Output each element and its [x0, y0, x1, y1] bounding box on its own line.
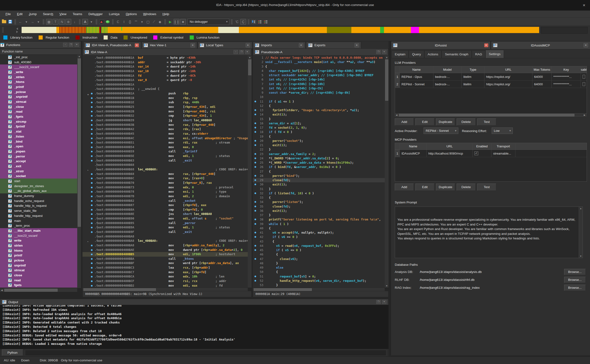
names-icon[interactable]: N	[59, 19, 65, 25]
asm-line[interactable]: .text:0000000000400BA8	[82, 234, 252, 239]
pseudo-line[interactable]: 20 perror("socket");	[253, 139, 385, 143]
menu-item-edit[interactable]: Edit	[14, 11, 26, 18]
pseudo-line[interactable]: 14 exit(1);	[253, 112, 385, 117]
pseudo-line[interactable]: 53 }	[253, 283, 385, 287]
forward-icon[interactable]: →	[30, 19, 35, 25]
menu-item-view[interactable]: View	[56, 11, 70, 18]
tab-idassistmcp[interactable]: IDAssistMCP✕	[491, 41, 590, 49]
pseudo-line[interactable]: 18 if ( fd < 0 )	[253, 130, 385, 134]
pseudo-line[interactable]: 38 printf("Server listening on port %d, …	[253, 217, 385, 222]
pseudo-line[interactable]: 17 fd = socket(2, 1, 0);	[253, 126, 385, 130]
debug-pause-icon[interactable]: ❙❙	[174, 19, 179, 25]
asm-line[interactable]: .text:0000000000400BA8 mov [rbp+addr.sa_…	[82, 243, 252, 248]
button-delete[interactable]: Delete	[457, 118, 476, 126]
pseudo-line[interactable]: 50 {	[253, 270, 385, 274]
pseudo-line[interactable]: 48 }	[253, 261, 385, 266]
asm-line[interactable]: .text:0000000000400B9F call _exit	[82, 230, 252, 234]
xrefs-icon[interactable]: ⊕	[66, 19, 71, 25]
function-row[interactable]: f_popen	[0, 149, 77, 154]
tab-ida-view-a-pseudocode-a[interactable]: IDA View-A, Pseudocode-A✕	[83, 42, 141, 48]
checkbox[interactable]: ✓	[474, 151, 478, 155]
function-row[interactable]: fhandle_http_request	[0, 213, 77, 218]
pseudo-line[interactable]: 47 close(v6);	[253, 257, 385, 261]
function-row[interactable]: f___isoc23_sscanf	[0, 65, 77, 70]
function-row[interactable]: f_perror	[0, 154, 77, 159]
forward-dropdown-icon[interactable]: ▾	[36, 19, 41, 25]
pseudo-line[interactable]: 25 *(_WORD *)server_addr.sa_data = htons…	[253, 161, 385, 165]
tab-local-types[interactable]: Local Types✕	[198, 42, 252, 48]
panel-restore-icon[interactable]: ▫	[63, 43, 67, 47]
reasoning-effort-select[interactable]: Low▼	[492, 128, 513, 134]
text-view-icon[interactable]: A	[82, 19, 88, 25]
pseudo-line[interactable]: 26 if ( bind(fd, &server_addr, 0x10u) < …	[253, 165, 385, 169]
checkbox[interactable]	[583, 82, 585, 86]
pseudo-line[interactable]: 33 {	[253, 195, 385, 200]
tab-close-icon[interactable]: ✕	[354, 43, 359, 47]
asm-line[interactable]: .text:0000000000400B87 mov [rbp+fd], eax	[82, 203, 252, 208]
tab-imports[interactable]: Imports✕	[253, 42, 305, 48]
strings-icon[interactable]: ""	[133, 19, 139, 25]
function-row[interactable]: fclose	[0, 273, 77, 278]
jump-icon[interactable]: ↓	[72, 19, 77, 25]
asm-line[interactable]: .text:0000000000400B1B mov rbp, rsp	[82, 96, 252, 100]
debug-stop-icon[interactable]: ■	[180, 19, 186, 25]
text-dropdown-icon[interactable]: ▾	[89, 19, 94, 25]
pseudo-line[interactable]: 11 if ( a1 <= 1 )	[253, 99, 385, 104]
enums-icon[interactable]: T	[53, 19, 58, 25]
asm-line[interactable]: ▸.text:0000000000400B68 loc_400B68: ; CO…	[82, 167, 252, 172]
pseudo-line[interactable]: 4 char request_buf[1024]; // [rsp+10h] […	[253, 69, 385, 73]
function-row[interactable]: fstrncat	[0, 268, 77, 273]
function-row[interactable]: f_snprintf	[0, 94, 77, 99]
output-window-icon[interactable]	[251, 19, 256, 25]
asm-line[interactable]: .text:0000000000400B1A ; __unwind {	[82, 87, 252, 91]
pseudo-line[interactable]: 30 exit(1);	[253, 182, 385, 187]
pseudo-line[interactable]: 49 else	[253, 266, 385, 270]
pseudo-line[interactable]: 39 while ( 1 )	[253, 222, 385, 226]
asm-line[interactable]: .text:0000000000400BC3 lea rcx, [rbp+add…	[82, 266, 252, 270]
asm-line[interactable]: .text:0000000000400BC7 mov eax, [rbp+fd]	[82, 270, 252, 275]
disassembly-hscrollbar[interactable]	[82, 287, 248, 291]
function-row[interactable]: fsnprintf	[0, 263, 77, 268]
pseudo-line[interactable]: 32 if ( listen(fd, 10) < 0 )	[253, 191, 385, 195]
menu-item-lumina[interactable]: Lumina	[106, 11, 123, 18]
pseudo-line[interactable]: 36 exit(1);	[253, 209, 385, 213]
function-row[interactable]: f_fgets	[0, 114, 77, 119]
function-row[interactable]: ffgets	[0, 283, 77, 288]
button-add[interactable]: Add	[395, 118, 414, 126]
navband-overview-box[interactable]	[541, 27, 588, 33]
column-header[interactable]: Max Tokens	[532, 66, 552, 73]
asm-line[interactable]: .text:0000000000400B68	[82, 163, 252, 167]
button-duplicate[interactable]: Duplicate	[436, 118, 455, 126]
pseudo-line[interactable]: 35 close(fd);	[253, 204, 385, 209]
pseudo-line[interactable]: 52 handle_http_request(v6, serve_dir, re…	[253, 279, 385, 283]
asm-line[interactable]: .text:0000000000400BAE mov dword ptr [rb…	[82, 248, 252, 252]
subtab-explain[interactable]: Explain	[391, 51, 409, 58]
menu-item-search[interactable]: Search	[40, 11, 56, 18]
function-row[interactable]: f_accept	[0, 159, 77, 164]
panel-float-icon[interactable]: ❐	[69, 43, 73, 47]
tab-close-icon[interactable]: ✕	[299, 43, 303, 47]
asm-line[interactable]: .text:0000000000400B7D mov edi, 2 ; doma…	[82, 194, 252, 199]
column-header[interactable]: Name	[400, 143, 427, 150]
list-marks-icon[interactable]	[257, 19, 262, 25]
panel-restore-icon[interactable]: ▫	[234, 50, 238, 54]
function-row[interactable]: fframe_dummy	[0, 193, 77, 198]
asm-line[interactable]: .text:0000000000400B54 mov eax, 0	[82, 145, 252, 150]
asm-line[interactable]: .text:0000000000400B1A var_10 = dword pt…	[82, 69, 252, 74]
menu-item-help[interactable]: Help	[159, 11, 172, 18]
function-row[interactable]: fread	[0, 278, 77, 283]
back-icon[interactable]: ←	[18, 19, 23, 25]
pseudo-line[interactable]: 37 }	[253, 213, 385, 217]
pseudo-line[interactable]: 7 int v6; // [rsp+430h] [rbp-10h]	[253, 82, 385, 86]
function-row[interactable]: f_exit	[0, 164, 77, 169]
asm-line[interactable]: .text:0000000000400B9A mov edi, 1 ; stat…	[82, 225, 252, 230]
pseudo-line[interactable]: 43 {	[253, 239, 385, 244]
pseudo-line[interactable]: 34 perror("listen");	[253, 200, 385, 204]
pseudo-line[interactable]: 44 v5 = read(v6, request_buf, 0x3FFu);	[253, 244, 385, 248]
column-header[interactable]: Name	[400, 66, 433, 73]
function-row[interactable]: f_strstr	[0, 169, 77, 174]
pseudo-line[interactable]: 9 const char *serve_dir; // [rsp+438h] […	[253, 91, 385, 95]
function-row[interactable]: f_write	[0, 70, 77, 75]
asm-line[interactable]: .text:0000000000400B1A buf = byte ptr -4…	[82, 56, 252, 60]
asm-line[interactable]: .text:0000000000400B95 call _perror	[82, 221, 252, 226]
